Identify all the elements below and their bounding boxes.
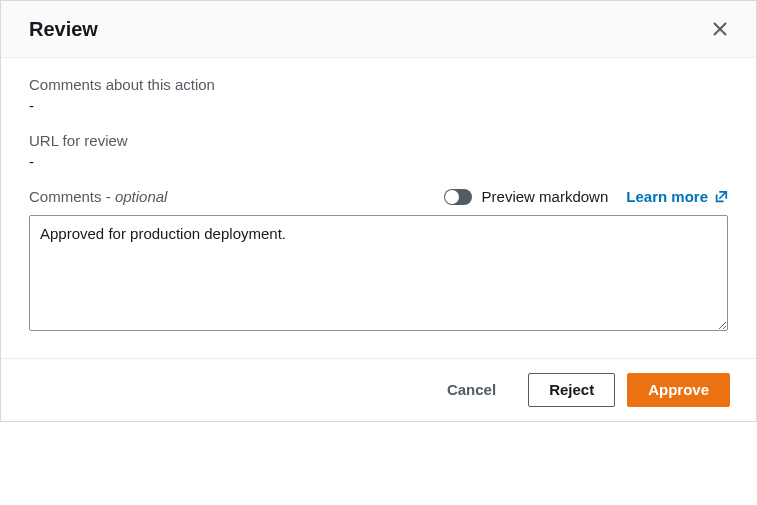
- cancel-button[interactable]: Cancel: [427, 374, 516, 406]
- comments-input-label: Comments - optional: [29, 188, 167, 205]
- learn-more-link[interactable]: Learn more: [626, 188, 728, 205]
- comments-textarea[interactable]: [29, 215, 728, 331]
- dialog-title: Review: [29, 18, 98, 41]
- comments-right-controls: Preview markdown Learn more: [444, 188, 728, 205]
- dialog-footer: Cancel Reject Approve: [1, 358, 756, 421]
- close-icon: [712, 21, 728, 37]
- preview-markdown-toggle[interactable]: [444, 189, 472, 205]
- comments-label-sep: -: [102, 188, 115, 205]
- approve-button[interactable]: Approve: [627, 373, 730, 407]
- comments-label-optional: optional: [115, 188, 168, 205]
- dialog-header: Review: [1, 1, 756, 58]
- dialog-body: Comments about this action - URL for rev…: [1, 58, 756, 358]
- external-link-icon: [714, 190, 728, 204]
- comments-about-action-value: -: [29, 97, 728, 114]
- comments-about-action-block: Comments about this action -: [29, 76, 728, 114]
- preview-markdown-label: Preview markdown: [482, 188, 609, 205]
- comments-about-action-label: Comments about this action: [29, 76, 728, 93]
- reject-button[interactable]: Reject: [528, 373, 615, 407]
- comments-label-main: Comments: [29, 188, 102, 205]
- url-for-review-value: -: [29, 153, 728, 170]
- preview-markdown-toggle-wrap: Preview markdown: [444, 188, 609, 205]
- comments-input-header: Comments - optional Preview markdown Lea…: [29, 188, 728, 205]
- toggle-knob: [445, 190, 459, 204]
- url-for-review-block: URL for review -: [29, 132, 728, 170]
- close-button[interactable]: [706, 15, 734, 43]
- learn-more-label: Learn more: [626, 188, 708, 205]
- svg-line-2: [719, 191, 726, 198]
- url-for-review-label: URL for review: [29, 132, 728, 149]
- review-dialog: Review Comments about this action - URL …: [0, 0, 757, 422]
